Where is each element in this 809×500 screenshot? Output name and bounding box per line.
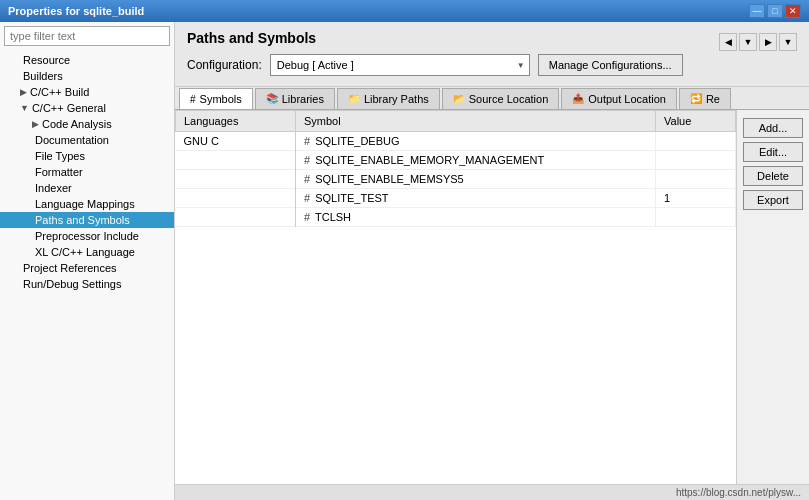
tab-source-location[interactable]: 📂 Source Location	[442, 88, 560, 109]
tab-label: Libraries	[282, 93, 324, 105]
sidebar-item-documentation[interactable]: Documentation	[0, 132, 174, 148]
tab-library-paths[interactable]: 📁 Library Paths	[337, 88, 440, 109]
sidebar-item-file-types[interactable]: File Types	[0, 148, 174, 164]
tree-area: Resource Builders ▶ C/C++ Build ▼ C/C++ …	[0, 50, 174, 500]
arrow-icon: ▶	[20, 87, 27, 97]
re-icon: 🔁	[690, 93, 702, 104]
status-url: https://blog.csdn.net/plysw...	[676, 487, 801, 498]
sidebar-item-label: Language Mappings	[35, 198, 135, 210]
cell-value: 1	[656, 189, 736, 208]
window-controls: — □ ✕	[749, 4, 801, 18]
manage-configurations-button[interactable]: Manage Configurations...	[538, 54, 683, 76]
nav-fwd-dropdown-button[interactable]: ▼	[779, 33, 797, 51]
cell-value	[656, 170, 736, 189]
sidebar-item-xl-cpp[interactable]: XL C/C++ Language	[0, 244, 174, 260]
sidebar-item-label: XL C/C++ Language	[35, 246, 135, 258]
cell-language	[176, 151, 296, 170]
symbols-icon: #	[190, 94, 196, 105]
tab-label: Library Paths	[364, 93, 429, 105]
sidebar-item-label: Indexer	[35, 182, 72, 194]
filter-input[interactable]	[4, 26, 170, 46]
config-select-wrapper: Debug [ Active ]	[270, 54, 530, 76]
add-button[interactable]: Add...	[743, 118, 803, 138]
sidebar-item-label: Preprocessor Include	[35, 230, 139, 242]
navigation-buttons: ◀ ▼ ▶ ▼	[719, 33, 797, 51]
cell-symbol: # SQLITE_ENABLE_MEMSYS5	[296, 170, 656, 189]
table-row[interactable]: # SQLITE_ENABLE_MEMSYS5	[176, 170, 736, 189]
window-title: Properties for sqlite_build	[8, 5, 144, 17]
content-panel: Paths and Symbols ◀ ▼ ▶ ▼ Configuration:…	[175, 22, 809, 484]
col-header-symbol: Symbol	[296, 111, 656, 132]
title-bar: Properties for sqlite_build — □ ✕	[0, 0, 809, 22]
cell-language	[176, 208, 296, 227]
tab-label: Output Location	[588, 93, 666, 105]
content-area: Paths and Symbols ◀ ▼ ▶ ▼ Configuration:…	[175, 22, 809, 500]
sidebar-item-label: Resource	[23, 54, 70, 66]
status-bar: https://blog.csdn.net/plysw...	[175, 484, 809, 500]
delete-button[interactable]: Delete	[743, 166, 803, 186]
source-location-icon: 📂	[453, 93, 465, 104]
sidebar-item-project-refs[interactable]: Project References	[0, 260, 174, 276]
tab-label: Source Location	[469, 93, 549, 105]
tab-label: Re	[706, 93, 720, 105]
tab-symbols[interactable]: # Symbols	[179, 88, 253, 110]
sidebar-item-label: Run/Debug Settings	[23, 278, 121, 290]
sidebar-item-language-mappings[interactable]: Language Mappings	[0, 196, 174, 212]
sidebar-item-label: Formatter	[35, 166, 83, 178]
config-row: Configuration: Debug [ Active ] Manage C…	[187, 54, 797, 76]
table-row[interactable]: # SQLITE_TEST 1	[176, 189, 736, 208]
symbols-table: Languages Symbol Value GNU C # SQLITE_DE…	[175, 110, 736, 227]
nav-back-button[interactable]: ◀	[719, 33, 737, 51]
sidebar-item-resource[interactable]: Resource	[0, 52, 174, 68]
sidebar-item-builders[interactable]: Builders	[0, 68, 174, 84]
nav-dropdown-button[interactable]: ▼	[739, 33, 757, 51]
tab-libraries[interactable]: 📚 Libraries	[255, 88, 335, 109]
col-header-languages: Languages	[176, 111, 296, 132]
sidebar-item-code-analysis[interactable]: ▶ Code Analysis	[0, 116, 174, 132]
sidebar-item-preprocessor[interactable]: Preprocessor Include	[0, 228, 174, 244]
tab-re[interactable]: 🔁 Re	[679, 88, 731, 109]
sidebar-item-label: Documentation	[35, 134, 109, 146]
edit-button[interactable]: Edit...	[743, 142, 803, 162]
page-title: Paths and Symbols	[187, 30, 316, 46]
minimize-button[interactable]: —	[749, 4, 765, 18]
cell-language	[176, 189, 296, 208]
export-button[interactable]: Export	[743, 190, 803, 210]
sidebar-item-run-debug[interactable]: Run/Debug Settings	[0, 276, 174, 292]
cell-symbol: # SQLITE_ENABLE_MEMORY_MANAGEMENT	[296, 151, 656, 170]
cell-symbol: # TCLSH	[296, 208, 656, 227]
libraries-icon: 📚	[266, 93, 278, 104]
table-row[interactable]: # TCLSH	[176, 208, 736, 227]
content-body: Languages Symbol Value GNU C # SQLITE_DE…	[175, 110, 809, 484]
arrow-icon: ▼	[20, 103, 29, 113]
sidebar-item-cpp-build[interactable]: ▶ C/C++ Build	[0, 84, 174, 100]
sidebar-item-label: C/C++ General	[32, 102, 106, 114]
col-header-value: Value	[656, 111, 736, 132]
action-buttons: Add... Edit... Delete Export	[736, 110, 809, 484]
sidebar-item-label: Paths and Symbols	[35, 214, 130, 226]
tab-label: Symbols	[200, 93, 242, 105]
maximize-button[interactable]: □	[767, 4, 783, 18]
sidebar-item-indexer[interactable]: Indexer	[0, 180, 174, 196]
sidebar-item-formatter[interactable]: Formatter	[0, 164, 174, 180]
sidebar-item-label: C/C++ Build	[30, 86, 89, 98]
sidebar-item-label: Project References	[23, 262, 117, 274]
sidebar-item-label: Builders	[23, 70, 63, 82]
nav-fwd-button[interactable]: ▶	[759, 33, 777, 51]
tab-output-location[interactable]: 📤 Output Location	[561, 88, 677, 109]
table-row[interactable]: # SQLITE_ENABLE_MEMORY_MANAGEMENT	[176, 151, 736, 170]
close-button[interactable]: ✕	[785, 4, 801, 18]
sidebar-item-paths-symbols[interactable]: Paths and Symbols	[0, 212, 174, 228]
cell-language	[176, 170, 296, 189]
output-location-icon: 📤	[572, 93, 584, 104]
sidebar: Resource Builders ▶ C/C++ Build ▼ C/C++ …	[0, 22, 175, 500]
sidebar-item-cpp-general[interactable]: ▼ C/C++ General	[0, 100, 174, 116]
cell-symbol: # SQLITE_TEST	[296, 189, 656, 208]
arrow-icon: ▶	[32, 119, 39, 129]
config-select[interactable]: Debug [ Active ]	[270, 54, 530, 76]
cell-symbol: # SQLITE_DEBUG	[296, 132, 656, 151]
sidebar-item-label: Code Analysis	[42, 118, 112, 130]
table-row[interactable]: GNU C # SQLITE_DEBUG	[176, 132, 736, 151]
sidebar-item-label: File Types	[35, 150, 85, 162]
library-paths-icon: 📁	[348, 93, 360, 104]
